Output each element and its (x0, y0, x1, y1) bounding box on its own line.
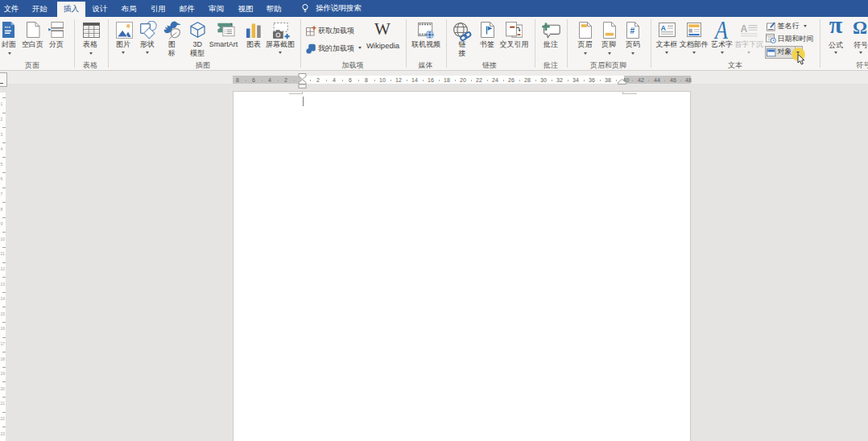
svg-text:A: A (660, 24, 666, 32)
svg-text:#: # (630, 27, 635, 35)
svg-text:A: A (741, 23, 748, 35)
